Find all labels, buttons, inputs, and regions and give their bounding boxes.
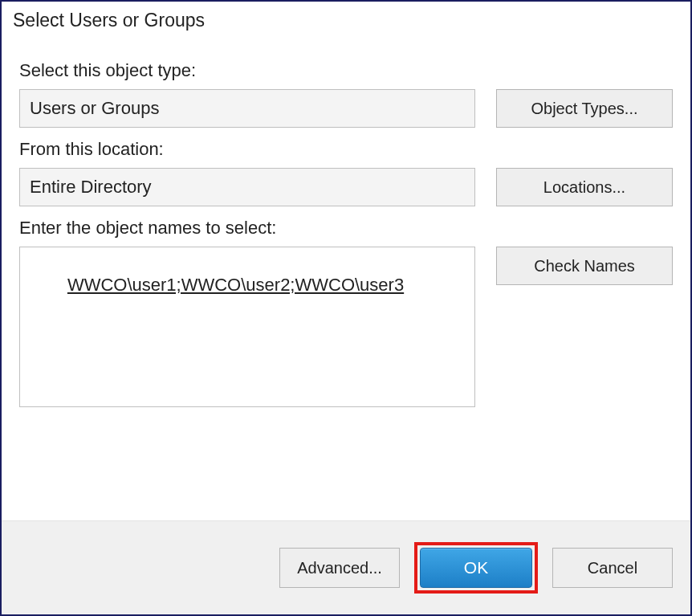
ok-button-highlight: OK: [414, 542, 538, 594]
cancel-button[interactable]: Cancel: [552, 548, 673, 588]
location-value: Entire Directory: [19, 168, 475, 206]
object-names-label: Enter the object names to select:: [19, 218, 673, 239]
locations-button[interactable]: Locations...: [496, 168, 673, 206]
check-names-button[interactable]: Check Names: [496, 247, 673, 285]
object-types-button[interactable]: Object Types...: [496, 89, 673, 128]
object-names-input[interactable]: WWCO\user1;WWCO\user2;WWCO\user3: [19, 247, 475, 407]
location-label: From this location:: [19, 139, 673, 160]
object-type-value: Users or Groups: [19, 89, 475, 128]
object-names-text: WWCO\user1;WWCO\user2;WWCO\user3: [67, 275, 404, 295]
advanced-button[interactable]: Advanced...: [279, 548, 400, 588]
object-type-label: Select this object type:: [19, 60, 673, 81]
dialog-title: Select Users or Groups: [2, 2, 690, 35]
select-users-groups-dialog: Select Users or Groups Select this objec…: [0, 0, 692, 616]
ok-button[interactable]: OK: [420, 548, 532, 588]
dialog-content: Select this object type: Users or Groups…: [2, 35, 690, 520]
dialog-footer: Advanced... OK Cancel: [2, 520, 690, 614]
